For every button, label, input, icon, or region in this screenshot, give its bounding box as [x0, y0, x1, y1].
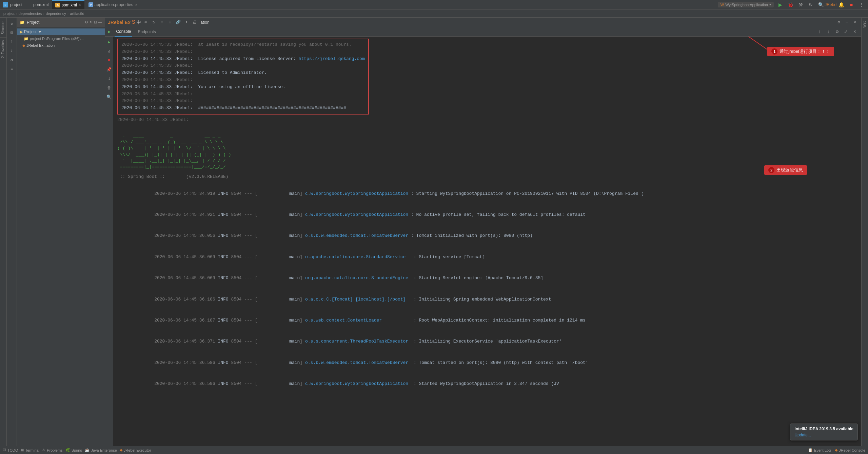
- project-close-icon[interactable]: —: [98, 20, 102, 24]
- run-config-selector[interactable]: W WytSpringbootApplication ▾: [718, 2, 774, 7]
- classname-thread-pool[interactable]: o.s.s.concurrent.ThreadPoolTaskExecutor: [305, 339, 411, 344]
- run-tab-endpoints[interactable]: Endpoints: [136, 27, 157, 37]
- toolbar-export[interactable]: ⬆: [183, 19, 190, 26]
- search-everywhere-button[interactable]: 🔍: [817, 1, 825, 8]
- panel-expand-icon[interactable]: ⤢: [842, 28, 850, 36]
- status-terminal[interactable]: ⊞ Terminal: [21, 448, 40, 452]
- jrebel-license-link[interactable]: https://jrebel.qekang.com: [299, 56, 365, 61]
- breadcrumb-artifactid[interactable]: artifactId: [70, 12, 84, 16]
- down-button[interactable]: ↓: [8, 47, 16, 55]
- project-icon: p: [3, 2, 8, 7]
- notification-icon[interactable]: 🔔: [837, 1, 845, 8]
- toolbar-refresh[interactable]: ⊕: [142, 19, 149, 26]
- status-spring[interactable]: 🌿 Spring: [65, 448, 82, 452]
- run-clear-btn[interactable]: 🗑: [105, 84, 113, 92]
- breadcrumb: project › dependencies › dependency › ar…: [0, 9, 868, 18]
- jrebel-console-label: JRebel Console: [839, 448, 865, 452]
- toolbar-close-x[interactable]: ×: [852, 19, 859, 26]
- project-settings-icon[interactable]: ⚙: [85, 20, 88, 24]
- log-line-0: 2020-06-06 14:45:34.919 INFO 8504 --- [ …: [117, 183, 857, 204]
- settings-sidebar-button[interactable]: ⚙: [8, 56, 16, 64]
- collapse-all-button[interactable]: ⊟: [8, 28, 16, 37]
- toolbar-minimize[interactable]: —: [844, 19, 850, 26]
- java-label: Java Enterprise: [91, 448, 117, 452]
- classname-standard-service[interactable]: o.apache.catalina.core.StandardService: [305, 254, 411, 260]
- build-button[interactable]: ⚒: [797, 1, 804, 8]
- run-rerun-btn[interactable]: ↺: [105, 47, 113, 55]
- classname-standard-engine[interactable]: org.apache.catalina.core.StandardEngine: [305, 275, 411, 281]
- spring-boot-ascii: . ____ _ __ _ _ /\\ / ___'_ __ _ _(_)_ _…: [117, 127, 857, 170]
- tree-item-project[interactable]: ▶ Project ▼: [17, 28, 105, 35]
- status-jrebel-executor[interactable]: ◆ JRebel Executor: [120, 448, 151, 452]
- classname-0[interactable]: c.w.springboot.WytSpringbootApplication: [305, 191, 408, 196]
- run-pin-btn[interactable]: 📌: [105, 65, 113, 74]
- breadcrumb-project[interactable]: project: [3, 12, 15, 16]
- panel-settings-icon[interactable]: ⚙: [833, 28, 841, 36]
- status-problems[interactable]: ⚠ Problems: [42, 448, 62, 452]
- right-edge-panels: Web: [861, 18, 868, 446]
- classname-context-loader[interactable]: o.s.web.context.ContextLoader: [305, 318, 411, 323]
- favorites-tab[interactable]: 2: Favorites: [0, 37, 6, 61]
- refresh-button[interactable]: ↻: [8, 19, 16, 27]
- status-event-log[interactable]: 📋 Event Log: [808, 448, 831, 452]
- tab-application-properties[interactable]: P application.properties ×: [85, 0, 141, 9]
- panel-down-icon[interactable]: ↓: [825, 28, 832, 36]
- status-jrebel-console[interactable]: ◆ JRebel Console: [835, 448, 865, 452]
- run-stop-btn[interactable]: ■: [105, 56, 113, 64]
- log-line-6: 2020-06-06 14:45:36.187 INFO 8504 --- [ …: [117, 310, 857, 331]
- tab-props-label: application.properties: [95, 2, 133, 7]
- up-button[interactable]: ↑: [8, 38, 16, 46]
- console-output[interactable]: 2020-06-06 14:45:33 JRebel: at least 10 …: [113, 37, 861, 446]
- run-filter-btn[interactable]: 🔍: [105, 93, 113, 101]
- panel-up-icon[interactable]: ↑: [816, 28, 823, 36]
- tree-jrebel-label: JRebel Ex...ation: [26, 43, 55, 47]
- notification-link[interactable]: Update...: [794, 433, 853, 437]
- more-icon[interactable]: ⋮: [858, 1, 865, 8]
- tree-item-jrebel[interactable]: ◆ JRebel Ex...ation: [17, 42, 105, 49]
- structure-tab[interactable]: Structure: [0, 18, 6, 37]
- jrebel-chinese-1[interactable]: 中: [137, 19, 141, 25]
- status-todo[interactable]: ☑ TODO: [3, 448, 18, 452]
- breadcrumb-dependency[interactable]: dependency: [46, 12, 66, 16]
- title-bar: p project — pom.xml X pom.xml × P applic…: [0, 0, 868, 9]
- problems-icon: ⚠: [42, 448, 45, 452]
- stop-all-button[interactable]: ■: [848, 1, 855, 8]
- filter-button[interactable]: ≡: [8, 65, 16, 73]
- toolbar-print[interactable]: 🖨: [191, 19, 198, 26]
- classname-wyt-app-2[interactable]: c.w.springboot.WytSpringbootApplication: [305, 381, 411, 386]
- tab-pom-xml[interactable]: X pom.xml ×: [52, 0, 84, 9]
- classname-context-loader-boot[interactable]: o.a.c.c.C.[Tomcat].[localhost].[/boot]: [305, 297, 411, 302]
- tree-item-path[interactable]: 📁 project D:\Program Files (x86)\...: [17, 35, 105, 42]
- jrebel-toolbar: JRebel Ex S 中 ⊕ ↻ ≡ ⊞ 🔗 ⬆ 🖨 ation ⚙ — ×: [105, 18, 861, 27]
- toolbar-sync[interactable]: ↻: [151, 19, 157, 26]
- run-play-btn[interactable]: ▶: [105, 38, 113, 46]
- project-sync-icon[interactable]: ↻: [90, 20, 93, 24]
- props-icon: P: [88, 2, 93, 7]
- run-panel-left-buttons: ▶ ↺ ■ 📌 ⤓ 🗑 🔍: [105, 37, 113, 446]
- tab-close-props[interactable]: ×: [135, 3, 137, 7]
- toolbar-list[interactable]: ≡: [159, 19, 165, 26]
- breadcrumb-dependencies[interactable]: dependencies: [19, 12, 42, 16]
- classname-tomcat-2[interactable]: o.s.b.w.embedded.tomcat.TomcatWebServer: [305, 360, 411, 365]
- panel-close-btn[interactable]: ×: [851, 28, 859, 36]
- toolbar-link[interactable]: 🔗: [175, 19, 182, 26]
- toolbar-application[interactable]: ation: [201, 20, 210, 25]
- tree-project-label: Project ▼: [24, 29, 42, 34]
- classname-1[interactable]: c.w.springboot.WytSpringbootApplication: [305, 212, 408, 217]
- run-panel-header: ▶ Console Endpoints ↑ ↓ ⚙ ⤢ ×: [105, 27, 861, 37]
- debug-button[interactable]: 🐞: [787, 1, 794, 8]
- tab-close-pom[interactable]: ×: [79, 3, 81, 7]
- run-panel-header-right: ↑ ↓ ⚙ ⤢ ×: [816, 28, 859, 36]
- web-tab[interactable]: Web: [862, 18, 868, 30]
- sync-button[interactable]: ↻: [807, 1, 814, 8]
- editor-tabs: X pom.xml × P application.properties ×: [52, 0, 140, 9]
- jrebel-icon-1[interactable]: S: [132, 19, 135, 25]
- toolbar-settings[interactable]: ⚙: [835, 19, 842, 26]
- run-button[interactable]: ▶: [776, 1, 784, 8]
- status-java-enterprise[interactable]: ☕ Java Enterprise: [85, 448, 117, 452]
- run-scroll-end-btn[interactable]: ⤓: [105, 75, 113, 83]
- run-tab-console[interactable]: Console: [115, 27, 132, 37]
- classname-tomcat-1[interactable]: o.s.b.w.embedded.tomcat.TomcatWebServer: [305, 233, 408, 238]
- toolbar-grid[interactable]: ⊞: [167, 19, 174, 26]
- project-collapse-icon[interactable]: ⊟: [94, 20, 97, 24]
